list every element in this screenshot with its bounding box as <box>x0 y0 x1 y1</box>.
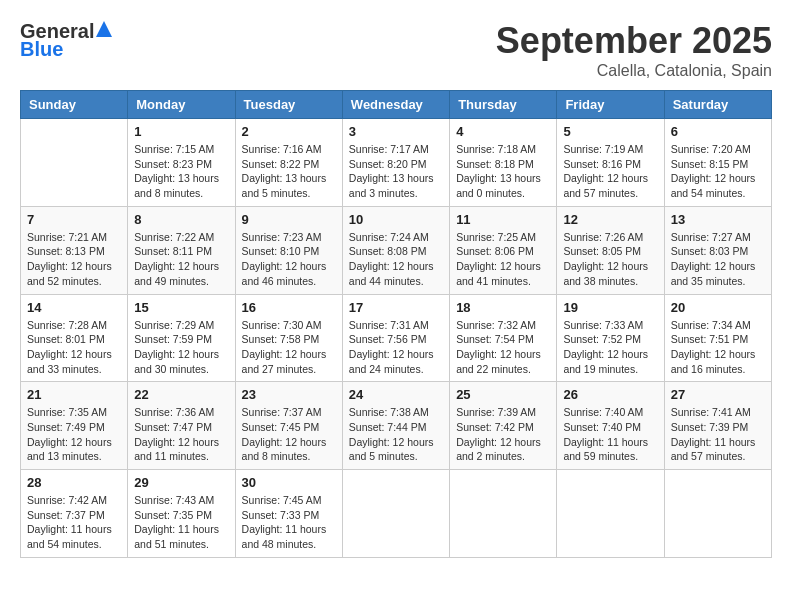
day-number: 18 <box>456 300 550 315</box>
calendar-cell: 21Sunrise: 7:35 AMSunset: 7:49 PMDayligh… <box>21 382 128 470</box>
day-number: 3 <box>349 124 443 139</box>
day-number: 6 <box>671 124 765 139</box>
day-number: 25 <box>456 387 550 402</box>
day-number: 26 <box>563 387 657 402</box>
svg-marker-0 <box>96 21 112 37</box>
day-info: Sunrise: 7:25 AMSunset: 8:06 PMDaylight:… <box>456 230 550 289</box>
day-info: Sunrise: 7:36 AMSunset: 7:47 PMDaylight:… <box>134 405 228 464</box>
day-number: 8 <box>134 212 228 227</box>
day-info: Sunrise: 7:31 AMSunset: 7:56 PMDaylight:… <box>349 318 443 377</box>
calendar-cell: 8Sunrise: 7:22 AMSunset: 8:11 PMDaylight… <box>128 206 235 294</box>
calendar-cell: 26Sunrise: 7:40 AMSunset: 7:40 PMDayligh… <box>557 382 664 470</box>
calendar-cell: 29Sunrise: 7:43 AMSunset: 7:35 PMDayligh… <box>128 470 235 558</box>
day-info: Sunrise: 7:28 AMSunset: 8:01 PMDaylight:… <box>27 318 121 377</box>
day-info: Sunrise: 7:23 AMSunset: 8:10 PMDaylight:… <box>242 230 336 289</box>
title-section: September 2025 Calella, Catalonia, Spain <box>496 20 772 80</box>
day-number: 17 <box>349 300 443 315</box>
day-number: 20 <box>671 300 765 315</box>
day-of-week-header: Sunday <box>21 91 128 119</box>
day-number: 19 <box>563 300 657 315</box>
calendar-week-row: 21Sunrise: 7:35 AMSunset: 7:49 PMDayligh… <box>21 382 772 470</box>
day-info: Sunrise: 7:16 AMSunset: 8:22 PMDaylight:… <box>242 142 336 201</box>
day-number: 16 <box>242 300 336 315</box>
calendar-cell: 17Sunrise: 7:31 AMSunset: 7:56 PMDayligh… <box>342 294 449 382</box>
calendar-cell: 5Sunrise: 7:19 AMSunset: 8:16 PMDaylight… <box>557 119 664 207</box>
day-info: Sunrise: 7:43 AMSunset: 7:35 PMDaylight:… <box>134 493 228 552</box>
day-info: Sunrise: 7:15 AMSunset: 8:23 PMDaylight:… <box>134 142 228 201</box>
day-number: 10 <box>349 212 443 227</box>
calendar-cell: 1Sunrise: 7:15 AMSunset: 8:23 PMDaylight… <box>128 119 235 207</box>
calendar-cell: 13Sunrise: 7:27 AMSunset: 8:03 PMDayligh… <box>664 206 771 294</box>
calendar-table: SundayMondayTuesdayWednesdayThursdayFrid… <box>20 90 772 558</box>
calendar-cell: 24Sunrise: 7:38 AMSunset: 7:44 PMDayligh… <box>342 382 449 470</box>
day-number: 7 <box>27 212 121 227</box>
calendar-cell <box>450 470 557 558</box>
calendar-cell: 2Sunrise: 7:16 AMSunset: 8:22 PMDaylight… <box>235 119 342 207</box>
day-number: 5 <box>563 124 657 139</box>
calendar-cell: 18Sunrise: 7:32 AMSunset: 7:54 PMDayligh… <box>450 294 557 382</box>
day-info: Sunrise: 7:21 AMSunset: 8:13 PMDaylight:… <box>27 230 121 289</box>
day-info: Sunrise: 7:24 AMSunset: 8:08 PMDaylight:… <box>349 230 443 289</box>
calendar-cell: 10Sunrise: 7:24 AMSunset: 8:08 PMDayligh… <box>342 206 449 294</box>
calendar-cell: 27Sunrise: 7:41 AMSunset: 7:39 PMDayligh… <box>664 382 771 470</box>
day-info: Sunrise: 7:41 AMSunset: 7:39 PMDaylight:… <box>671 405 765 464</box>
calendar-week-row: 1Sunrise: 7:15 AMSunset: 8:23 PMDaylight… <box>21 119 772 207</box>
calendar-cell <box>21 119 128 207</box>
location: Calella, Catalonia, Spain <box>496 62 772 80</box>
calendar-cell: 25Sunrise: 7:39 AMSunset: 7:42 PMDayligh… <box>450 382 557 470</box>
day-number: 9 <box>242 212 336 227</box>
calendar-cell: 20Sunrise: 7:34 AMSunset: 7:51 PMDayligh… <box>664 294 771 382</box>
day-info: Sunrise: 7:18 AMSunset: 8:18 PMDaylight:… <box>456 142 550 201</box>
calendar-cell: 9Sunrise: 7:23 AMSunset: 8:10 PMDaylight… <box>235 206 342 294</box>
day-number: 30 <box>242 475 336 490</box>
day-number: 1 <box>134 124 228 139</box>
day-number: 4 <box>456 124 550 139</box>
calendar-cell: 7Sunrise: 7:21 AMSunset: 8:13 PMDaylight… <box>21 206 128 294</box>
day-info: Sunrise: 7:38 AMSunset: 7:44 PMDaylight:… <box>349 405 443 464</box>
calendar-cell <box>664 470 771 558</box>
day-number: 2 <box>242 124 336 139</box>
day-info: Sunrise: 7:29 AMSunset: 7:59 PMDaylight:… <box>134 318 228 377</box>
calendar-cell: 14Sunrise: 7:28 AMSunset: 8:01 PMDayligh… <box>21 294 128 382</box>
day-number: 24 <box>349 387 443 402</box>
calendar-week-row: 7Sunrise: 7:21 AMSunset: 8:13 PMDaylight… <box>21 206 772 294</box>
day-of-week-header: Thursday <box>450 91 557 119</box>
calendar-cell: 11Sunrise: 7:25 AMSunset: 8:06 PMDayligh… <box>450 206 557 294</box>
day-info: Sunrise: 7:20 AMSunset: 8:15 PMDaylight:… <box>671 142 765 201</box>
logo: General Blue <box>20 20 112 60</box>
calendar-cell <box>557 470 664 558</box>
day-info: Sunrise: 7:26 AMSunset: 8:05 PMDaylight:… <box>563 230 657 289</box>
calendar-cell: 28Sunrise: 7:42 AMSunset: 7:37 PMDayligh… <box>21 470 128 558</box>
day-info: Sunrise: 7:34 AMSunset: 7:51 PMDaylight:… <box>671 318 765 377</box>
calendar-cell: 30Sunrise: 7:45 AMSunset: 7:33 PMDayligh… <box>235 470 342 558</box>
day-info: Sunrise: 7:39 AMSunset: 7:42 PMDaylight:… <box>456 405 550 464</box>
day-of-week-header: Saturday <box>664 91 771 119</box>
calendar-cell: 3Sunrise: 7:17 AMSunset: 8:20 PMDaylight… <box>342 119 449 207</box>
calendar-cell: 12Sunrise: 7:26 AMSunset: 8:05 PMDayligh… <box>557 206 664 294</box>
calendar-cell <box>342 470 449 558</box>
day-info: Sunrise: 7:32 AMSunset: 7:54 PMDaylight:… <box>456 318 550 377</box>
calendar-week-row: 28Sunrise: 7:42 AMSunset: 7:37 PMDayligh… <box>21 470 772 558</box>
day-info: Sunrise: 7:17 AMSunset: 8:20 PMDaylight:… <box>349 142 443 201</box>
day-info: Sunrise: 7:42 AMSunset: 7:37 PMDaylight:… <box>27 493 121 552</box>
calendar-cell: 16Sunrise: 7:30 AMSunset: 7:58 PMDayligh… <box>235 294 342 382</box>
calendar-cell: 15Sunrise: 7:29 AMSunset: 7:59 PMDayligh… <box>128 294 235 382</box>
day-info: Sunrise: 7:33 AMSunset: 7:52 PMDaylight:… <box>563 318 657 377</box>
day-info: Sunrise: 7:45 AMSunset: 7:33 PMDaylight:… <box>242 493 336 552</box>
day-number: 29 <box>134 475 228 490</box>
day-info: Sunrise: 7:35 AMSunset: 7:49 PMDaylight:… <box>27 405 121 464</box>
calendar-cell: 23Sunrise: 7:37 AMSunset: 7:45 PMDayligh… <box>235 382 342 470</box>
calendar-cell: 4Sunrise: 7:18 AMSunset: 8:18 PMDaylight… <box>450 119 557 207</box>
calendar-week-row: 14Sunrise: 7:28 AMSunset: 8:01 PMDayligh… <box>21 294 772 382</box>
day-of-week-header: Monday <box>128 91 235 119</box>
day-number: 27 <box>671 387 765 402</box>
logo-text-blue: Blue <box>20 38 63 60</box>
day-number: 13 <box>671 212 765 227</box>
day-of-week-header: Friday <box>557 91 664 119</box>
day-number: 21 <box>27 387 121 402</box>
page-header: General Blue September 2025 Calella, Cat… <box>20 20 772 80</box>
calendar-cell: 19Sunrise: 7:33 AMSunset: 7:52 PMDayligh… <box>557 294 664 382</box>
month-title: September 2025 <box>496 20 772 62</box>
day-number: 12 <box>563 212 657 227</box>
day-of-week-header: Wednesday <box>342 91 449 119</box>
